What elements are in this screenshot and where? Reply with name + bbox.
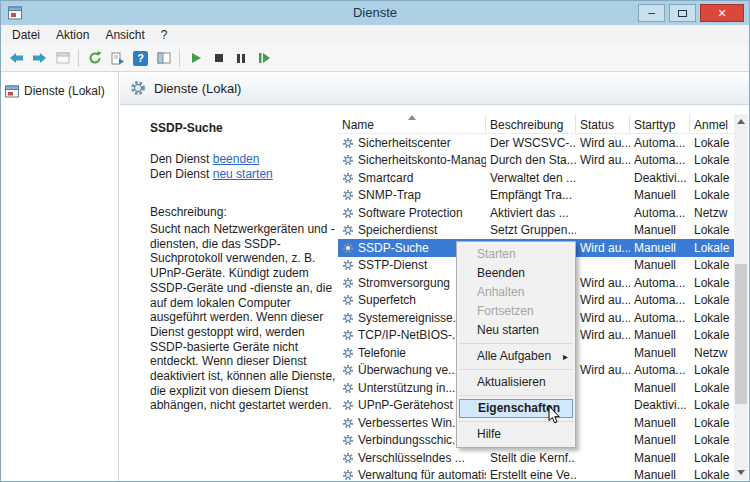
close-button[interactable]: × — [700, 4, 744, 22]
context-menu-item-beenden[interactable]: Beenden — [457, 264, 575, 283]
service-status-cell — [576, 204, 630, 222]
service-description-cell: Der WSCSVC-... — [486, 134, 576, 152]
service-starttype-cell: Manuell — [630, 344, 690, 362]
stop-service-link[interactable]: beenden — [213, 152, 260, 166]
service-logon-cell: Lokale — [690, 169, 736, 187]
service-status-cell: Wird au... — [576, 327, 630, 345]
service-status-cell — [576, 432, 630, 450]
start-service-button[interactable] — [184, 47, 207, 69]
service-name-cell: Speicherdienst — [338, 222, 486, 240]
refresh-button[interactable] — [83, 47, 106, 69]
service-status-cell — [576, 222, 630, 240]
vertical-scrollbar[interactable] — [734, 114, 748, 480]
service-status-cell — [576, 169, 630, 187]
service-name-cell: Verschlüsselndes ... — [338, 449, 486, 467]
context-menu-item-hilfe[interactable]: Hilfe — [457, 425, 575, 444]
scrollbar-thumb[interactable] — [735, 264, 747, 404]
context-menu-item-starten[interactable]: Starten — [457, 245, 575, 264]
service-status-cell: Wird au... — [576, 239, 630, 257]
context-menu-item-alle-aufgaben[interactable]: Alle Aufgaben▸ — [457, 347, 575, 366]
service-starttype-cell: Deaktivi... — [630, 397, 690, 415]
menu-datei[interactable]: Datei — [4, 26, 48, 44]
column-header-status[interactable]: Status — [576, 114, 630, 133]
service-description-cell: Erstellt eine Ve... — [486, 467, 576, 481]
snapin-header: Dienste (Lokal) — [120, 72, 749, 105]
column-header-beschreibung[interactable]: Beschreibung — [486, 114, 576, 133]
maximize-button[interactable] — [669, 4, 696, 22]
service-gear-icon — [342, 207, 354, 219]
table-row[interactable]: SmartcardVerwaltet den ...Deaktivi...Lok… — [338, 169, 736, 187]
scroll-down-button[interactable] — [734, 465, 748, 480]
service-gear-icon — [342, 417, 354, 429]
show-hide-console-tree-button[interactable] — [152, 47, 175, 69]
menu-separator — [459, 395, 573, 396]
toolbar-separator — [179, 49, 180, 67]
back-button[interactable] — [5, 47, 28, 69]
menu-bar: Datei Aktion Ansicht ? — [1, 25, 749, 45]
service-starttype-cell: Deaktivi... — [630, 169, 690, 187]
pause-service-button[interactable] — [230, 47, 253, 69]
service-status-cell: Wird au... — [576, 152, 630, 170]
service-status-cell — [576, 344, 630, 362]
export-list-button[interactable] — [106, 47, 129, 69]
help-button[interactable]: ? — [129, 47, 152, 69]
service-starttype-cell: Manuell — [630, 467, 690, 481]
column-header-anmelden[interactable]: Anmel — [690, 114, 736, 133]
service-logon-cell: Lokale — [690, 309, 736, 327]
forward-button[interactable] — [28, 47, 51, 69]
service-logon-cell: Lokale — [690, 362, 736, 380]
scroll-up-button[interactable] — [734, 114, 748, 129]
service-starttype-cell: Automa... — [630, 204, 690, 222]
column-header-starttyp[interactable]: Starttyp — [630, 114, 690, 133]
table-row[interactable]: Sicherheitskonto-ManagerDurch den Sta...… — [338, 152, 736, 170]
service-logon-cell: Lokale — [690, 274, 736, 292]
service-logon-cell: Lokale — [690, 467, 736, 481]
service-status-cell — [576, 397, 630, 415]
service-starttype-cell: Automa... — [630, 309, 690, 327]
restart-service-link[interactable]: neu starten — [213, 167, 273, 181]
table-row[interactable]: SpeicherdienstSetzt Gruppen...ManuellLok… — [338, 222, 736, 240]
stop-service-button[interactable] — [207, 47, 230, 69]
service-gear-icon — [342, 224, 354, 236]
service-gear-icon — [342, 259, 354, 271]
table-row[interactable]: Software ProtectionAktiviert das ...Auto… — [338, 204, 736, 222]
service-logon-cell: Lokale — [690, 379, 736, 397]
menu-aktion[interactable]: Aktion — [48, 26, 97, 44]
context-menu-item-aktualisieren[interactable]: Aktualisieren — [457, 373, 575, 392]
minimize-button[interactable]: – — [638, 4, 665, 22]
service-logon-cell: Lokale — [690, 187, 736, 205]
console-window-button[interactable] — [51, 47, 74, 69]
service-starttype-cell: Automa... — [630, 362, 690, 380]
services-gear-icon — [130, 80, 146, 96]
tree-item-label: Dienste (Lokal) — [24, 84, 105, 98]
context-menu-item-fortsetzen[interactable]: Fortsetzen — [457, 302, 575, 321]
service-logon-cell: Lokale — [690, 152, 736, 170]
service-description-cell: Aktiviert das ... — [486, 204, 576, 222]
services-mmc-window: Dienste – × Datei Aktion Ansicht ? ? Die… — [0, 0, 750, 482]
menu-ansicht[interactable]: Ansicht — [97, 26, 152, 44]
menu-help[interactable]: ? — [153, 26, 176, 44]
service-gear-icon — [342, 329, 354, 341]
service-gear-icon — [342, 312, 354, 324]
help-icon: ? — [133, 51, 148, 66]
stop-icon — [214, 53, 224, 63]
service-starttype-cell: Automa... — [630, 274, 690, 292]
mouse-cursor — [548, 405, 562, 425]
service-starttype-cell: Manuell — [630, 327, 690, 345]
toolbar: ? — [1, 45, 749, 72]
table-row[interactable]: SNMP-TrapEmpfängt Tra...ManuellLokale — [338, 187, 736, 205]
restart-icon — [258, 52, 271, 64]
service-status-cell: Wird au... — [576, 362, 630, 380]
service-logon-cell: Lokale — [690, 432, 736, 450]
table-row[interactable]: Verwaltung für automatisch...Erstellt ei… — [338, 467, 736, 481]
table-row[interactable]: SicherheitscenterDer WSCSVC-...Wird au..… — [338, 134, 736, 152]
service-starttype-cell: Manuell — [630, 414, 690, 432]
table-row[interactable]: Verschlüsselndes ...Stellt die Kernf...M… — [338, 449, 736, 467]
restart-service-button[interactable] — [253, 47, 276, 69]
export-list-icon — [111, 52, 125, 65]
tree-item-dienste-lokal[interactable]: Dienste (Lokal) — [5, 84, 114, 98]
refresh-icon — [88, 51, 102, 65]
context-menu-item-neu-starten[interactable]: Neu starten — [457, 321, 575, 340]
service-gear-icon — [342, 347, 354, 359]
context-menu-item-anhalten[interactable]: Anhalten — [457, 283, 575, 302]
